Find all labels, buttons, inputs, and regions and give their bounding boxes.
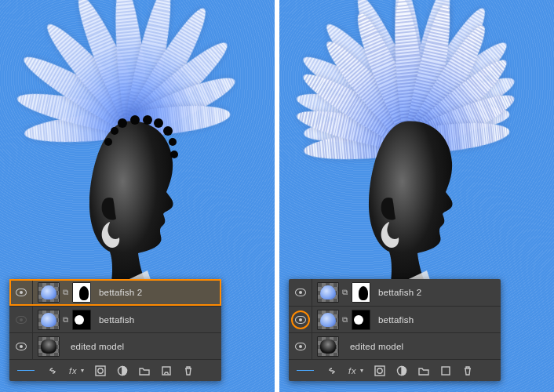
layer-name[interactable]: bettafish (378, 315, 501, 325)
svg-rect-9 (96, 366, 105, 376)
layer-row[interactable]: ⧉ bettafish 2 (289, 279, 501, 306)
svg-rect-13 (375, 366, 385, 376)
layer-mask-thumbnail[interactable] (72, 282, 91, 303)
eye-icon (16, 343, 27, 350)
delete-layer-icon[interactable] (462, 365, 473, 376)
layer-row[interactable]: ⧉ bettafish 2 (9, 279, 221, 306)
layers-panel: ⧉ bettafish 2 ⧉ bettafish edited model f… (289, 279, 501, 381)
layer-name[interactable]: bettafish (99, 315, 221, 325)
link-icon[interactable]: ⧉ (339, 288, 350, 297)
panel-bottom-bar: fx▾ (289, 359, 501, 381)
svg-rect-16 (442, 367, 450, 375)
canvas-left: ⧉ bettafish 2 ⧉ bettafish edited model f… (0, 0, 275, 392)
visibility-toggle[interactable] (9, 333, 33, 359)
svg-point-10 (97, 368, 102, 372)
layer-row[interactable]: edited model (9, 332, 221, 359)
layers-panel: ⧉ bettafish 2 ⧉ bettafish edited model f… (9, 279, 221, 381)
layer-mask-thumbnail[interactable] (72, 310, 91, 330)
svg-rect-12 (162, 367, 170, 375)
eye-icon (295, 343, 306, 350)
eye-icon (295, 289, 306, 296)
group-layers-icon[interactable] (139, 365, 150, 376)
layer-row[interactable]: ⧉ bettafish (289, 306, 501, 332)
group-layers-icon[interactable] (418, 365, 429, 376)
link-indicator (297, 370, 314, 372)
add-mask-icon[interactable] (374, 365, 385, 376)
new-layer-icon[interactable] (161, 365, 172, 376)
link-icon[interactable]: ⧉ (339, 315, 350, 325)
visibility-toggle[interactable] (289, 279, 312, 306)
layer-thumbnail[interactable] (38, 336, 60, 357)
eye-icon (295, 316, 306, 324)
visibility-toggle[interactable] (289, 333, 312, 359)
add-mask-icon[interactable] (95, 365, 106, 376)
layer-thumbnail[interactable] (317, 336, 339, 357)
delete-layer-icon[interactable] (183, 365, 194, 376)
new-layer-icon[interactable] (440, 365, 451, 376)
layer-name[interactable]: edited model (71, 342, 221, 351)
layer-mask-thumbnail[interactable] (352, 282, 370, 303)
eye-icon (16, 316, 27, 324)
link-icon[interactable]: ⧉ (60, 315, 71, 325)
layer-row[interactable]: ⧉ bettafish (9, 306, 221, 332)
canvas-right: ⧉ bettafish 2 ⧉ bettafish edited model f… (279, 0, 554, 392)
adjustment-layer-icon[interactable] (117, 365, 128, 376)
link-icon[interactable]: ⧉ (60, 288, 71, 297)
layer-style-button[interactable]: fx (69, 366, 78, 376)
adjustment-layer-icon[interactable] (396, 365, 407, 376)
layer-thumbnail[interactable] (317, 310, 339, 330)
layer-thumbnail[interactable] (317, 282, 339, 303)
layer-thumbnail[interactable] (38, 282, 60, 303)
visibility-toggle[interactable] (289, 307, 312, 332)
eye-icon (16, 289, 27, 296)
layer-mask-thumbnail[interactable] (352, 310, 370, 330)
svg-point-14 (377, 368, 381, 372)
link-layers-icon[interactable] (326, 365, 337, 376)
link-indicator (17, 370, 35, 372)
panel-bottom-bar: fx▾ (9, 359, 221, 381)
link-layers-icon[interactable] (47, 365, 58, 376)
layer-name[interactable]: edited model (350, 342, 501, 351)
layer-thumbnail[interactable] (38, 310, 60, 330)
visibility-toggle[interactable] (9, 279, 33, 306)
visibility-toggle[interactable] (9, 307, 33, 332)
layer-style-button[interactable]: fx (348, 366, 357, 376)
layer-name[interactable]: bettafish 2 (378, 288, 501, 297)
layer-name[interactable]: bettafish 2 (99, 288, 221, 297)
layer-row[interactable]: edited model (289, 332, 501, 359)
